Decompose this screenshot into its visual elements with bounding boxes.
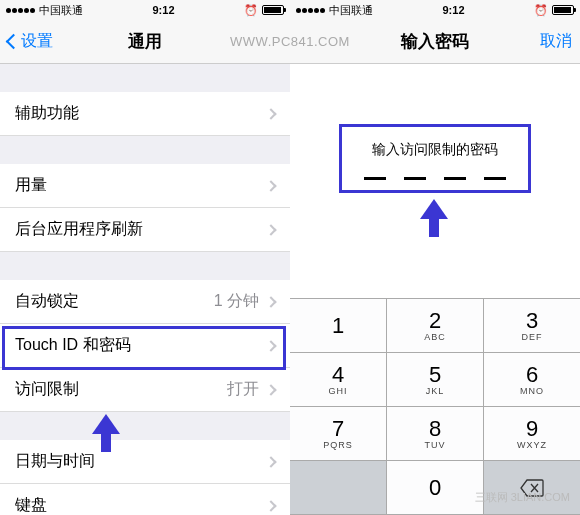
- annotation-arrow-icon: [420, 199, 448, 219]
- row-label: 后台应用程序刷新: [15, 219, 267, 240]
- chevron-right-icon: [265, 384, 276, 395]
- row-value: 打开: [227, 379, 259, 400]
- carrier-label: 中国联通: [39, 3, 83, 18]
- status-time: 9:12: [152, 4, 174, 16]
- chevron-left-icon: [6, 34, 22, 50]
- chevron-right-icon: [265, 224, 276, 235]
- row-date-time[interactable]: 日期与时间: [0, 440, 290, 484]
- signal-dots-icon: [296, 8, 325, 13]
- chevron-right-icon: [265, 340, 276, 351]
- key-1[interactable]: 1: [290, 299, 387, 353]
- status-time: 9:12: [442, 4, 464, 16]
- chevron-right-icon: [265, 180, 276, 191]
- key-delete[interactable]: [484, 461, 580, 515]
- row-background-refresh[interactable]: 后台应用程序刷新: [0, 208, 290, 252]
- row-label: 日期与时间: [15, 451, 267, 472]
- chevron-right-icon: [265, 500, 276, 511]
- page-title: 输入密码: [401, 30, 469, 53]
- key-6[interactable]: 6MNO: [484, 353, 580, 407]
- row-restrictions[interactable]: 访问限制 打开: [0, 368, 290, 412]
- left-screen: 中国联通 9:12 ⏰ 设置 通用 辅助功能 用量 后台应用程序刷新 自动锁定1…: [0, 0, 290, 515]
- key-7[interactable]: 7PQRS: [290, 407, 387, 461]
- battery-icon: [552, 5, 574, 15]
- row-label: 键盘: [15, 495, 267, 515]
- key-2[interactable]: 2ABC: [387, 299, 484, 353]
- status-bar: 中国联通 9:12 ⏰: [290, 0, 580, 20]
- key-4[interactable]: 4GHI: [290, 353, 387, 407]
- row-label: 用量: [15, 175, 267, 196]
- alarm-icon: ⏰: [534, 4, 548, 17]
- row-label: 访问限制: [15, 379, 227, 400]
- annotation-arrow-icon: [92, 414, 120, 434]
- passcode-prompt: 输入访问限制的密码: [364, 141, 506, 159]
- key-8[interactable]: 8TUV: [387, 407, 484, 461]
- page-title: 通用: [128, 30, 162, 53]
- chevron-right-icon: [265, 296, 276, 307]
- row-label: 自动锁定: [15, 291, 214, 312]
- row-keyboard[interactable]: 键盘: [0, 484, 290, 515]
- settings-list: 辅助功能 用量 后台应用程序刷新 自动锁定1 分钟 Touch ID 和密码 访…: [0, 64, 290, 515]
- row-label: 辅助功能: [15, 103, 267, 124]
- key-0[interactable]: 0: [387, 461, 484, 515]
- row-touch-id[interactable]: Touch ID 和密码: [0, 324, 290, 368]
- watermark-corner: 三联网 3LIAN.COM: [475, 490, 570, 505]
- status-bar: 中国联通 9:12 ⏰: [0, 0, 290, 20]
- signal-dots-icon: [6, 8, 35, 13]
- carrier-label: 中国联通: [329, 3, 373, 18]
- key-5[interactable]: 5JKL: [387, 353, 484, 407]
- alarm-icon: ⏰: [244, 4, 258, 17]
- passcode-dashes: [364, 177, 506, 180]
- key-blank: [290, 461, 387, 515]
- chevron-right-icon: [265, 456, 276, 467]
- passcode-area: 输入访问限制的密码: [290, 64, 580, 298]
- back-button[interactable]: 设置: [8, 31, 53, 52]
- watermark-text: WWW.PC841.COM: [230, 34, 350, 49]
- back-label: 设置: [21, 31, 53, 52]
- cancel-button[interactable]: 取消: [540, 31, 572, 52]
- key-9[interactable]: 9WXYZ: [484, 407, 580, 461]
- row-auto-lock[interactable]: 自动锁定1 分钟: [0, 280, 290, 324]
- key-3[interactable]: 3DEF: [484, 299, 580, 353]
- annotation-highlight: 输入访问限制的密码: [339, 124, 531, 193]
- row-accessibility[interactable]: 辅助功能: [0, 92, 290, 136]
- row-usage[interactable]: 用量: [0, 164, 290, 208]
- chevron-right-icon: [265, 108, 276, 119]
- numeric-keypad: 1 2ABC 3DEF 4GHI 5JKL 6MNO 7PQRS 8TUV 9W…: [290, 298, 580, 515]
- row-label: Touch ID 和密码: [15, 335, 267, 356]
- right-screen: 中国联通 9:12 ⏰ 输入密码 取消 输入访问限制的密码: [290, 0, 580, 515]
- row-value: 1 分钟: [214, 291, 259, 312]
- battery-icon: [262, 5, 284, 15]
